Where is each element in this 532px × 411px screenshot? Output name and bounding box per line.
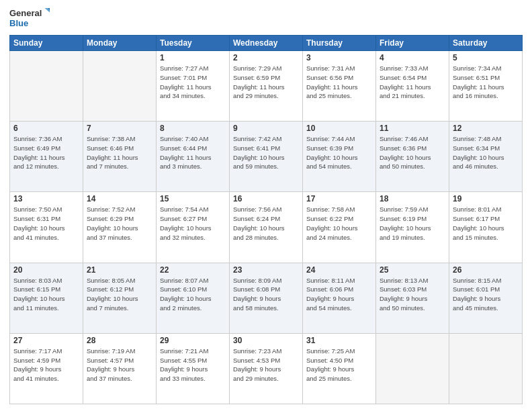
day-number: 15 (160, 194, 226, 203)
day-info: Sunrise: 7:38 AMSunset: 6:46 PMDaylight:… (87, 134, 152, 171)
calendar-cell: 1Sunrise: 7:27 AMSunset: 7:01 PMDaylight… (157, 51, 230, 122)
day-number: 19 (453, 194, 519, 203)
day-info: Sunrise: 8:01 AMSunset: 6:17 PMDaylight:… (453, 205, 519, 242)
col-header-tuesday: Tuesday (157, 36, 230, 51)
calendar-cell (376, 333, 449, 404)
calendar-cell: 30Sunrise: 7:23 AMSunset: 4:53 PMDayligh… (230, 333, 303, 404)
calendar-cell (83, 51, 157, 122)
calendar-cell: 29Sunrise: 7:21 AMSunset: 4:55 PMDayligh… (157, 333, 230, 404)
calendar-cell: 7Sunrise: 7:38 AMSunset: 6:46 PMDaylight… (83, 122, 157, 192)
day-info: Sunrise: 8:09 AMSunset: 6:08 PMDaylight:… (233, 276, 299, 313)
day-number: 25 (380, 265, 445, 275)
day-number: 6 (13, 124, 79, 133)
calendar-cell: 19Sunrise: 8:01 AMSunset: 6:17 PMDayligh… (449, 192, 523, 263)
col-header-wednesday: Wednesday (230, 36, 303, 51)
week-row-4: 20Sunrise: 8:03 AMSunset: 6:15 PMDayligh… (10, 263, 523, 333)
day-info: Sunrise: 8:07 AMSunset: 6:10 PMDaylight:… (160, 276, 226, 313)
calendar-cell: 25Sunrise: 8:13 AMSunset: 6:03 PMDayligh… (376, 263, 449, 333)
week-row-5: 27Sunrise: 7:17 AMSunset: 4:59 PMDayligh… (10, 333, 523, 404)
day-number: 5 (453, 53, 519, 62)
day-number: 10 (306, 124, 372, 133)
day-info: Sunrise: 7:44 AMSunset: 6:39 PMDaylight:… (306, 134, 372, 171)
day-number: 30 (233, 336, 299, 345)
day-number: 17 (306, 194, 372, 203)
calendar-cell: 8Sunrise: 7:40 AMSunset: 6:44 PMDaylight… (157, 122, 230, 192)
calendar-cell (10, 51, 83, 122)
day-info: Sunrise: 7:25 AMSunset: 4:50 PMDaylight:… (306, 347, 372, 383)
day-info: Sunrise: 8:15 AMSunset: 6:01 PMDaylight:… (453, 276, 519, 313)
calendar-header-row: SundayMondayTuesdayWednesdayThursdayFrid… (10, 36, 523, 51)
col-header-sunday: Sunday (10, 36, 83, 51)
calendar-cell: 17Sunrise: 7:58 AMSunset: 6:22 PMDayligh… (303, 192, 376, 263)
day-info: Sunrise: 7:50 AMSunset: 6:31 PMDaylight:… (13, 205, 79, 242)
day-info: Sunrise: 7:27 AMSunset: 7:01 PMDaylight:… (160, 64, 226, 101)
day-info: Sunrise: 7:19 AMSunset: 4:57 PMDaylight:… (87, 347, 152, 383)
day-number: 1 (160, 53, 226, 62)
day-number: 4 (380, 53, 445, 62)
day-info: Sunrise: 7:48 AMSunset: 6:34 PMDaylight:… (453, 134, 519, 171)
day-info: Sunrise: 7:21 AMSunset: 4:55 PMDaylight:… (160, 347, 226, 383)
day-info: Sunrise: 7:54 AMSunset: 6:27 PMDaylight:… (160, 205, 226, 242)
day-info: Sunrise: 8:13 AMSunset: 6:03 PMDaylight:… (380, 276, 445, 313)
day-number: 2 (233, 53, 299, 62)
logo-svg: General Blue (9, 7, 50, 31)
day-number: 16 (233, 194, 299, 203)
day-number: 28 (87, 336, 152, 345)
calendar-cell: 3Sunrise: 7:31 AMSunset: 6:56 PMDaylight… (303, 51, 376, 122)
day-number: 29 (160, 336, 226, 345)
day-info: Sunrise: 7:52 AMSunset: 6:29 PMDaylight:… (87, 205, 152, 242)
day-number: 7 (87, 124, 152, 133)
calendar-cell: 26Sunrise: 8:15 AMSunset: 6:01 PMDayligh… (449, 263, 523, 333)
day-number: 26 (453, 265, 519, 275)
svg-text:Blue: Blue (9, 18, 28, 28)
day-info: Sunrise: 7:42 AMSunset: 6:41 PMDaylight:… (233, 134, 299, 171)
calendar-cell: 14Sunrise: 7:52 AMSunset: 6:29 PMDayligh… (83, 192, 157, 263)
calendar-cell: 27Sunrise: 7:17 AMSunset: 4:59 PMDayligh… (10, 333, 83, 404)
day-number: 18 (380, 194, 445, 203)
day-number: 11 (380, 124, 445, 133)
day-info: Sunrise: 7:46 AMSunset: 6:36 PMDaylight:… (380, 134, 445, 171)
week-row-1: 1Sunrise: 7:27 AMSunset: 7:01 PMDaylight… (10, 51, 523, 122)
calendar-cell: 10Sunrise: 7:44 AMSunset: 6:39 PMDayligh… (303, 122, 376, 192)
day-number: 31 (306, 336, 372, 345)
day-info: Sunrise: 7:23 AMSunset: 4:53 PMDaylight:… (233, 347, 299, 383)
calendar-cell: 31Sunrise: 7:25 AMSunset: 4:50 PMDayligh… (303, 333, 376, 404)
calendar-cell: 9Sunrise: 7:42 AMSunset: 6:41 PMDaylight… (230, 122, 303, 192)
calendar-cell: 2Sunrise: 7:29 AMSunset: 6:59 PMDaylight… (230, 51, 303, 122)
day-info: Sunrise: 7:33 AMSunset: 6:54 PMDaylight:… (380, 64, 445, 101)
day-info: Sunrise: 7:59 AMSunset: 6:19 PMDaylight:… (380, 205, 445, 242)
day-number: 21 (87, 265, 152, 275)
calendar-cell: 21Sunrise: 8:05 AMSunset: 6:12 PMDayligh… (83, 263, 157, 333)
day-info: Sunrise: 8:05 AMSunset: 6:12 PMDaylight:… (87, 276, 152, 313)
day-number: 8 (160, 124, 226, 133)
col-header-friday: Friday (376, 36, 449, 51)
calendar-cell: 20Sunrise: 8:03 AMSunset: 6:15 PMDayligh… (10, 263, 83, 333)
logo: General Blue (9, 7, 50, 31)
day-number: 12 (453, 124, 519, 133)
col-header-saturday: Saturday (449, 36, 523, 51)
calendar-cell: 15Sunrise: 7:54 AMSunset: 6:27 PMDayligh… (157, 192, 230, 263)
day-number: 24 (306, 265, 372, 275)
svg-text:General: General (9, 8, 42, 18)
day-info: Sunrise: 7:34 AMSunset: 6:51 PMDaylight:… (453, 64, 519, 101)
day-number: 3 (306, 53, 372, 62)
calendar-cell: 22Sunrise: 8:07 AMSunset: 6:10 PMDayligh… (157, 263, 230, 333)
calendar-cell: 5Sunrise: 7:34 AMSunset: 6:51 PMDaylight… (449, 51, 523, 122)
calendar-cell: 16Sunrise: 7:56 AMSunset: 6:24 PMDayligh… (230, 192, 303, 263)
header: General Blue (9, 7, 523, 31)
page: General Blue SundayMondayTuesdayWednesda… (0, 0, 532, 411)
col-header-monday: Monday (83, 36, 157, 51)
calendar-cell: 24Sunrise: 8:11 AMSunset: 6:06 PMDayligh… (303, 263, 376, 333)
day-info: Sunrise: 7:36 AMSunset: 6:49 PMDaylight:… (13, 134, 79, 171)
calendar-cell: 11Sunrise: 7:46 AMSunset: 6:36 PMDayligh… (376, 122, 449, 192)
day-number: 20 (13, 265, 79, 275)
day-info: Sunrise: 7:31 AMSunset: 6:56 PMDaylight:… (306, 64, 372, 101)
day-number: 23 (233, 265, 299, 275)
calendar-cell (449, 333, 523, 404)
day-number: 14 (87, 194, 152, 203)
day-info: Sunrise: 7:29 AMSunset: 6:59 PMDaylight:… (233, 64, 299, 101)
day-info: Sunrise: 7:17 AMSunset: 4:59 PMDaylight:… (13, 347, 79, 383)
day-info: Sunrise: 7:40 AMSunset: 6:44 PMDaylight:… (160, 134, 226, 171)
col-header-thursday: Thursday (303, 36, 376, 51)
day-number: 27 (13, 336, 79, 345)
